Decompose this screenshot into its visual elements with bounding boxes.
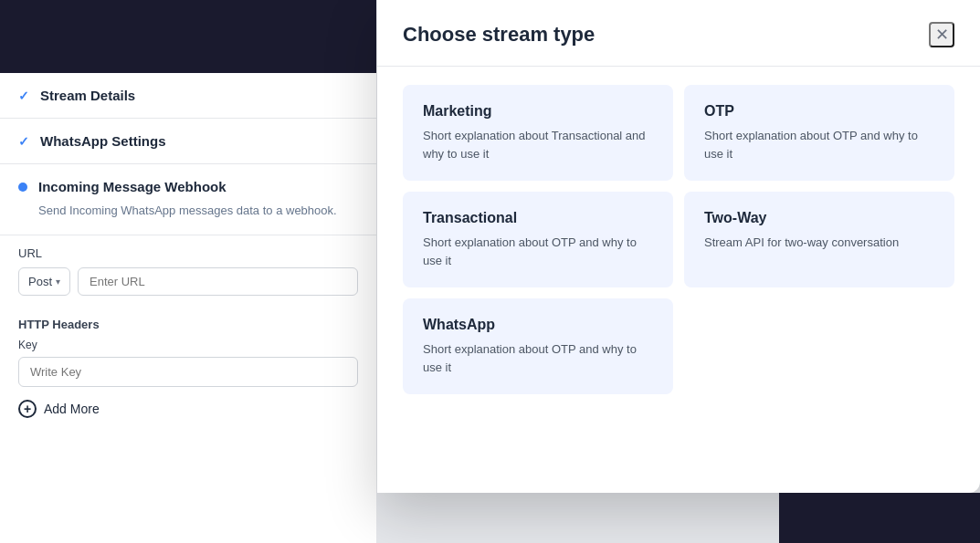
sidebar-item-stream-details[interactable]: ✓ Stream Details <box>0 73 376 119</box>
stream-card-otp-title: OTP <box>704 103 934 120</box>
sidebar-item-stream-details-label: Stream Details <box>40 88 135 103</box>
webhook-title: Incoming Message Webhook <box>38 179 227 194</box>
webhook-header: Incoming Message Webhook <box>18 179 358 194</box>
add-more-label: Add More <box>44 402 100 416</box>
left-panel-top <box>0 0 376 73</box>
stream-card-two-way[interactable]: Two-Way Stream API for two-way conversat… <box>684 192 954 287</box>
check-icon-stream-details: ✓ <box>18 89 29 103</box>
modal-title: Choose stream type <box>403 23 595 47</box>
close-modal-button[interactable]: ✕ <box>929 22 954 47</box>
url-label: URL <box>18 246 358 260</box>
stream-card-transactional-desc: Short explanation about OTP and why to u… <box>423 234 653 269</box>
stream-type-cards-grid: Marketing Short explanation about Transa… <box>377 67 980 412</box>
sidebar-item-whatsapp-settings-label: WhatsApp Settings <box>40 133 166 149</box>
stream-card-otp[interactable]: OTP Short explanation about OTP and why … <box>684 85 954 181</box>
stream-card-transactional-title: Transactional <box>423 210 653 226</box>
dot-icon <box>18 183 27 192</box>
method-select[interactable]: Post ▾ <box>18 267 70 296</box>
plus-circle-icon: + <box>18 400 37 418</box>
stream-card-marketing-desc: Short explanation about Transactional an… <box>423 127 653 162</box>
add-more-button[interactable]: + Add More <box>0 387 376 431</box>
choose-stream-modal: Choose stream type ✕ Marketing Short exp… <box>377 0 980 493</box>
webhook-description: Send Incoming WhatsApp messages data to … <box>38 202 358 220</box>
modal-header: Choose stream type ✕ <box>377 0 980 67</box>
check-icon-whatsapp-settings: ✓ <box>18 134 29 149</box>
webhook-section: Incoming Message Webhook Send Incoming W… <box>0 164 376 235</box>
stream-card-otp-desc: Short explanation about OTP and why to u… <box>704 127 934 162</box>
sidebar-item-whatsapp-settings[interactable]: ✓ WhatsApp Settings <box>0 119 376 164</box>
key-input[interactable] <box>18 357 358 387</box>
left-panel: ✓ Stream Details ✓ WhatsApp Settings Inc… <box>0 0 377 543</box>
method-label: Post <box>28 275 52 288</box>
stream-card-marketing[interactable]: Marketing Short explanation about Transa… <box>403 85 673 181</box>
stream-card-whatsapp-title: WhatsApp <box>423 317 653 333</box>
stream-card-marketing-title: Marketing <box>423 103 653 120</box>
chevron-down-icon: ▾ <box>56 277 60 287</box>
stream-card-two-way-title: Two-Way <box>704 210 934 226</box>
url-section: URL Post ▾ <box>0 235 376 307</box>
stream-card-whatsapp[interactable]: WhatsApp Short explanation about OTP and… <box>403 298 673 394</box>
stream-card-two-way-desc: Stream API for two-way conversation <box>704 234 934 252</box>
headers-section: HTTP Headers Key <box>0 307 376 387</box>
key-label: Key <box>18 339 358 351</box>
headers-label: HTTP Headers <box>18 318 358 331</box>
url-row: Post ▾ <box>18 267 358 296</box>
stream-card-transactional[interactable]: Transactional Short explanation about OT… <box>403 192 673 287</box>
stream-card-whatsapp-desc: Short explanation about OTP and why to u… <box>423 340 653 376</box>
right-dark-area <box>779 493 980 543</box>
url-input[interactable] <box>78 267 358 296</box>
